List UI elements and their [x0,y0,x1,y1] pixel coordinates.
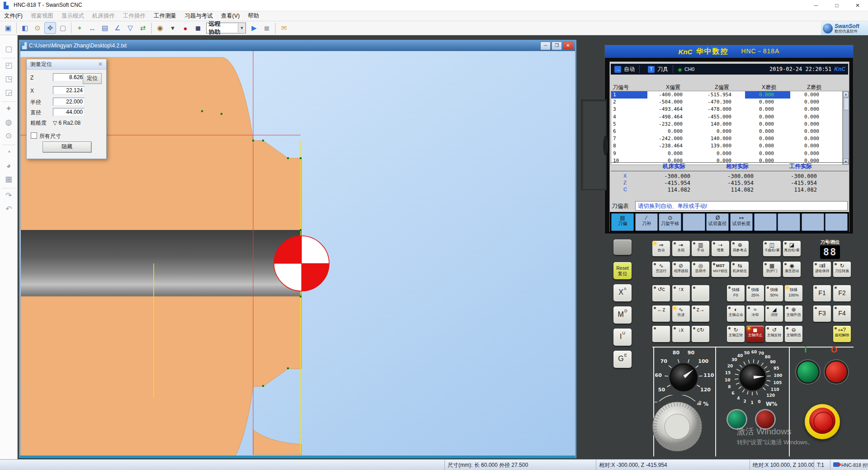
panel-button-主轴降挡[interactable]: ⊖主轴降挡 [785,326,802,342]
menu-item-0[interactable]: 文件(F) [0,11,27,21]
panel-button-↓x[interactable]: ↓x [672,326,690,342]
doc-minimize-button[interactable]: ─ [540,42,551,50]
record-video-icon[interactable]: ● [179,22,191,34]
stop-icon[interactable]: ◼ [261,22,273,34]
door-handle[interactable] [603,136,608,155]
zoom-icon[interactable]: ⊙ [32,22,43,34]
new-file-icon[interactable]: ▢ [3,43,14,55]
panel-button-blank[interactable] [692,285,709,301]
panel-button-F1[interactable]: F1 [813,285,831,301]
panel-button-快进[interactable]: ∿快进 [672,306,690,322]
panel-button-防护门[interactable]: ▦防护门 [763,262,781,277]
workpiece-remove-icon[interactable]: ◕ [3,160,14,172]
panel-button-↑x[interactable]: ↑x [672,285,690,301]
softkey-empty-9[interactable] [825,213,848,231]
menu-item-2[interactable]: 显示模式 [57,11,88,21]
panel-button-超程解除[interactable]: ↦?超程解除 [833,326,851,342]
menu-item-8[interactable]: 帮助 [244,11,263,21]
panel-button-F3[interactable]: F3 [813,306,831,322]
keypad-key-G[interactable]: GE [613,351,632,368]
emergency-stop-button[interactable] [805,404,840,439]
doc-close-button[interactable]: ✕ [563,42,573,50]
new-window-icon[interactable]: ▣ [2,22,14,34]
send-mail-icon[interactable]: ✉ [278,22,290,34]
panel-button-c↻[interactable]: c↻ [692,326,709,342]
pan-hand-icon[interactable]: ✥ [44,22,56,34]
menu-item-6[interactable]: 习题与考试 [180,11,217,21]
table-row[interactable]: 7-242.000140.0000.0000.000 [611,135,842,142]
scroll-up-icon[interactable]: ▲ [843,91,849,97]
fixture-icon[interactable]: ◍ [3,117,14,128]
panel-button-空运行[interactable]: ∿空运行 [652,262,670,277]
table-row[interactable]: 60.0000.0000.0000.000 [611,128,842,135]
select-rect-icon[interactable]: ▢ [57,22,69,34]
open-file-icon[interactable]: ◰ [3,60,14,71]
panel-button-快移[interactable]: 快移100% [785,285,802,301]
maximize-button[interactable]: □ [826,0,847,11]
play-icon[interactable]: ▶ [248,22,260,34]
table-row[interactable]: 5-232.000140.0000.0000.000 [611,121,842,128]
menu-item-5[interactable]: 工件测量 [150,11,180,21]
panel-button-快移[interactable]: 快移25% [746,285,764,301]
all-dims-checkbox[interactable] [31,132,37,139]
keypad-key-M[interactable]: MD [613,306,632,324]
panel-button-单段[interactable]: ⇥单段 [672,241,690,256]
panel-button-主轴停止[interactable]: ◼主轴停止 [746,326,764,342]
table-row[interactable]: 1-400.000-515.9540.0000.000 [611,91,842,99]
panel-button-增量[interactable]: ⇢增量 [712,241,729,256]
measure-point-icon[interactable]: ⌖ [74,22,85,34]
reset-button[interactable]: Reset复位 [613,262,632,279]
panel-button-↺c[interactable]: ↺c [652,285,670,301]
panel-button-←z[interactable]: ←z [652,306,670,322]
softkey-试切长度[interactable]: ↦试切长度 [730,213,753,231]
panel-button-主轴反转[interactable]: ↺主轴反转 [765,326,783,342]
remote-assist-combo[interactable]: 远程协助▼ [206,23,246,33]
locate-button[interactable]: 定位 [83,73,102,84]
panel-button-快移[interactable]: 快移50% [765,285,783,301]
scroll-thumb[interactable] [844,98,849,110]
panel-button-回参考点[interactable]: ⊕回参考点 [731,241,749,256]
dialog-close-icon[interactable]: ✕ [96,60,104,68]
x-input[interactable] [53,86,85,94]
transfer-icon[interactable]: ⇄ [137,22,149,34]
softkey-empty-8[interactable] [802,213,824,231]
spindle-override-dial[interactable]: 0124681015203040506070809095100105110120… [719,346,787,412]
measure-roughness-icon[interactable]: ▽ [124,22,136,34]
table-row[interactable]: 8-238.464139.0000.0000.000 [611,142,842,150]
softkey-刀架平移[interactable]: ⊙刀架平移 [659,213,681,231]
power-off-button[interactable] [826,362,847,382]
doc-restore-button[interactable]: ❐ [552,42,562,50]
softkey-empty-7[interactable] [778,213,800,231]
table-row[interactable]: 3-493.464-478.0000.0000.000 [611,106,842,113]
stop-video-icon[interactable]: ◼ [192,22,204,34]
panel-button-自动[interactable]: ⇒自动 [652,241,670,256]
menu-item-3[interactable]: 机床操作 [88,11,119,21]
menu-item-1[interactable]: 视窗视图 [27,11,57,21]
panel-button-主轴点动[interactable]: ◐主轴点动 [727,306,745,322]
minimize-button[interactable]: ─ [806,0,826,11]
softkey-empty-6[interactable] [754,213,777,231]
workpiece-icon[interactable]: ◔ [3,146,14,158]
diameter-input[interactable] [53,108,85,116]
measure-dialog-title[interactable]: 测量定位 [27,59,106,70]
undo-icon[interactable]: ↶ [3,203,14,215]
table-row[interactable]: 4-498.464-455.0000.0000.000 [611,113,842,121]
z-input[interactable] [53,73,85,81]
cabinet-door[interactable] [581,99,607,190]
panel-button-液压启动[interactable]: ◉液压启动 [783,262,801,277]
chuck-icon[interactable]: ▦ [3,174,14,185]
menu-item-7[interactable]: 查看(V) [217,11,244,21]
panel-button-润滑[interactable]: ◢润滑 [765,306,783,322]
table-scrollbar[interactable]: ▲ ▼ [843,91,849,165]
redo-icon[interactable]: ↷ [3,190,14,202]
softkey-试切直径[interactable]: Ø试切直径 [706,213,729,231]
keypad-key-I[interactable]: IU [613,329,632,346]
softkey-刀补[interactable]: ∕刀补 [635,213,658,231]
softkey-刀偏[interactable]: ▤刀偏 [611,213,634,231]
power-on-button[interactable] [797,362,818,382]
hide-button[interactable]: 隐藏 [42,141,91,152]
measure-target-marker[interactable] [274,236,329,291]
panel-button-快移[interactable]: 快移F0 [727,285,745,301]
submode-label[interactable]: 刀具 [657,66,668,73]
keypad-key-X[interactable]: XA [613,284,632,301]
